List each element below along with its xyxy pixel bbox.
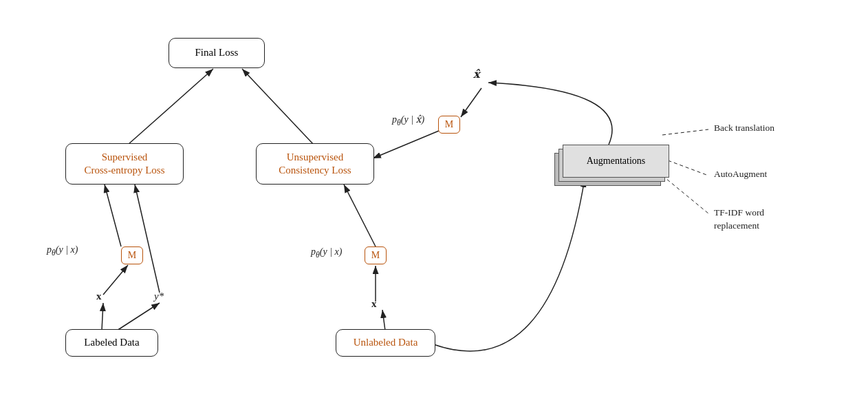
model-m2-label: M bbox=[371, 250, 380, 261]
svg-line-7 bbox=[102, 303, 103, 330]
model-m3-label: M bbox=[445, 119, 453, 130]
model-m1: M bbox=[121, 246, 143, 264]
svg-line-2 bbox=[128, 69, 213, 145]
labeled-data-label: Labeled Data bbox=[84, 336, 139, 350]
augmentations-box: Augmentations bbox=[563, 145, 669, 178]
svg-line-10 bbox=[382, 310, 385, 330]
tfidf-label: TF-IDF wordreplacement bbox=[714, 207, 764, 233]
svg-line-11 bbox=[344, 185, 376, 246]
p-theta-x2-label: pθ(y | x) bbox=[311, 246, 342, 260]
svg-line-5 bbox=[135, 185, 160, 293]
supervised-loss-box: SupervisedCross-entropy Loss bbox=[65, 143, 184, 185]
augmentations-label: Augmentations bbox=[587, 156, 646, 167]
labeled-data-box: Labeled Data bbox=[65, 329, 158, 357]
svg-line-12 bbox=[373, 127, 447, 158]
unsupervised-loss-box: Unsupervised Consistency Loss bbox=[256, 143, 374, 185]
x-labeled-label: x bbox=[96, 291, 102, 302]
diagram: Final Loss SupervisedCross-entropy Loss … bbox=[0, 0, 868, 420]
p-theta-xhat-label: pθ(y | x̂) bbox=[392, 114, 424, 127]
model-m2: M bbox=[365, 246, 387, 264]
svg-line-14 bbox=[662, 129, 708, 135]
svg-line-8 bbox=[117, 303, 160, 330]
unlabeled-data-box: Unlabeled Data bbox=[336, 329, 435, 357]
unsupervised-loss-label: Unsupervised Consistency Loss bbox=[265, 151, 365, 178]
final-loss-label: Final Loss bbox=[195, 46, 239, 60]
p-theta-x-label: pθ(y | x) bbox=[47, 244, 78, 258]
x-unlabeled-label: x bbox=[371, 298, 377, 310]
svg-line-16 bbox=[662, 176, 708, 213]
auto-augment-label: AutoAugment bbox=[714, 169, 767, 180]
y-star-label: y* bbox=[154, 291, 164, 302]
supervised-loss-label: SupervisedCross-entropy Loss bbox=[84, 151, 164, 178]
svg-line-4 bbox=[105, 185, 121, 246]
x-hat-label: x̂ bbox=[473, 67, 480, 81]
svg-line-3 bbox=[242, 69, 314, 145]
svg-line-15 bbox=[662, 158, 708, 176]
svg-line-6 bbox=[103, 265, 128, 295]
svg-line-13 bbox=[461, 88, 481, 117]
final-loss-box: Final Loss bbox=[169, 38, 265, 68]
unlabeled-data-label: Unlabeled Data bbox=[354, 336, 418, 350]
back-translation-label: Back translation bbox=[714, 123, 774, 134]
model-m3: M bbox=[438, 116, 460, 134]
model-m1-label: M bbox=[128, 250, 136, 261]
